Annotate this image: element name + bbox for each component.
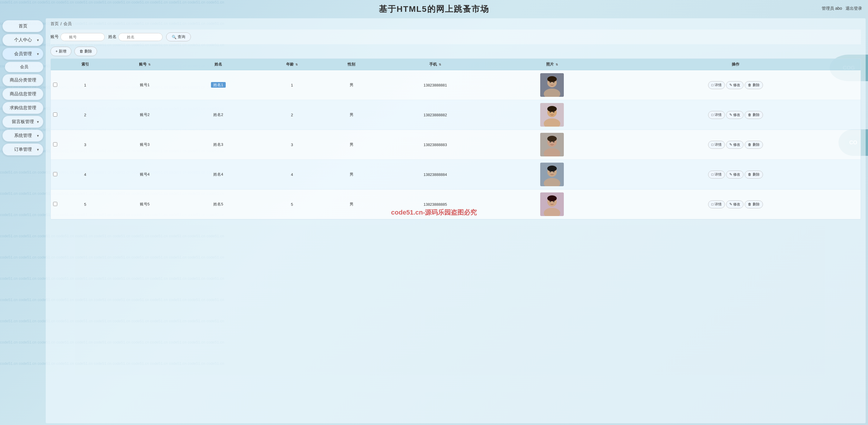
- breadcrumb-current: 会员: [63, 21, 72, 27]
- cell-account: 账号3: [111, 130, 179, 160]
- sidebar-item-board[interactable]: 留言板管理 ▼: [2, 116, 43, 128]
- sidebar-label-purchase: 求购信息管理: [10, 105, 36, 111]
- edit-button[interactable]: ✎ 修改: [726, 141, 743, 149]
- cell-name: 姓名5: [179, 189, 258, 219]
- cell-age: 2: [258, 100, 326, 130]
- col-age[interactable]: 年龄 ⇅: [258, 59, 326, 70]
- chevron-down-icon-5: ▼: [36, 148, 39, 151]
- sidebar-label-member-mgmt: 会员管理: [14, 51, 32, 57]
- svg-point-5: [553, 82, 554, 83]
- cell-gender: 男: [326, 189, 377, 219]
- batch-delete-button[interactable]: 🗑 删除: [74, 47, 97, 56]
- sidebar-item-category[interactable]: 商品分类管理: [2, 74, 43, 86]
- sort-icon-photo: ⇅: [556, 63, 558, 66]
- detail-button[interactable]: □ 详情: [708, 111, 725, 119]
- header-user-area: 管理员 abo 退出登录: [822, 6, 862, 11]
- delete-button[interactable]: 🗑 删除: [745, 141, 763, 149]
- col-photo[interactable]: 照片 ⇅: [493, 59, 611, 70]
- edit-button[interactable]: ✎ 修改: [726, 171, 743, 179]
- row-checkbox[interactable]: [53, 113, 57, 117]
- sidebar-item-home[interactable]: 首页: [2, 20, 43, 32]
- name-input[interactable]: [118, 33, 162, 41]
- account-input[interactable]: [60, 33, 105, 41]
- cell-phone: 13823888881: [377, 70, 494, 100]
- search-icon-btn: 🔍: [172, 35, 177, 39]
- table-row: 5账号5姓名55男13823888885 □ 详情✎ 修改🗑 删除: [51, 189, 861, 219]
- cell-index: 3: [60, 130, 111, 160]
- sidebar-submenu-member: 会员: [2, 62, 43, 72]
- delete-button[interactable]: 🗑 删除: [745, 201, 763, 208]
- sidebar-item-order[interactable]: 订单管理 ▼: [2, 144, 43, 155]
- sidebar-item-member[interactable]: 会员: [5, 62, 43, 72]
- search-button[interactable]: 🔍 查询: [166, 32, 191, 41]
- search-name-group: 姓名 🔍: [108, 33, 162, 41]
- sidebar-label-goods: 商品信息管理: [10, 91, 36, 97]
- svg-point-21: [547, 165, 557, 172]
- svg-point-3: [547, 76, 557, 82]
- breadcrumb: 首页 / 会员: [51, 18, 861, 30]
- sidebar-item-member-mgmt[interactable]: 会员管理 ▼: [2, 48, 43, 60]
- main-content: 首页 / 会员 账号 🔍 姓名 🔍 🔍 查询: [46, 18, 866, 423]
- col-operations: 操作: [611, 59, 861, 70]
- cell-account: 账号1: [111, 70, 179, 100]
- delete-button[interactable]: 🗑 删除: [745, 171, 763, 179]
- page-title: 基于HTML5的网上跳蚤市场: [0, 4, 868, 15]
- cell-gender: 男: [326, 70, 377, 100]
- cell-account: 账号5: [111, 189, 179, 219]
- cell-index: 5: [60, 189, 111, 219]
- svg-point-16: [550, 141, 551, 143]
- sidebar-item-system[interactable]: 系统管理 ▼: [2, 129, 43, 142]
- col-account[interactable]: 账号 ⇅: [111, 59, 179, 70]
- cell-phone: 13823888882: [377, 100, 494, 130]
- cell-operations: □ 详情✎ 修改🗑 删除: [611, 130, 861, 160]
- svg-point-4: [550, 82, 551, 83]
- account-label: 账号: [51, 34, 59, 39]
- detail-button[interactable]: □ 详情: [708, 81, 725, 89]
- detail-button[interactable]: □ 详情: [708, 141, 725, 149]
- sidebar-label-system: 系统管理: [14, 133, 32, 139]
- cell-gender: 男: [326, 130, 377, 160]
- cell-gender: 男: [326, 160, 377, 189]
- logout-button[interactable]: 退出登录: [845, 6, 862, 11]
- sidebar-label-home: 首页: [19, 23, 27, 29]
- chevron-down-icon-2: ▼: [36, 52, 39, 56]
- detail-button[interactable]: □ 详情: [708, 171, 725, 179]
- add-button[interactable]: + 新增: [51, 47, 71, 56]
- sidebar-item-goods[interactable]: 商品信息管理: [2, 88, 43, 100]
- sort-icon-phone: ⇅: [439, 63, 441, 66]
- sidebar-item-personal[interactable]: 个人中心 ▼: [2, 34, 43, 46]
- edit-button[interactable]: ✎ 修改: [726, 111, 743, 119]
- breadcrumb-home[interactable]: 首页: [51, 21, 59, 27]
- cell-photo: [493, 189, 611, 219]
- cell-name: 姓名3: [179, 130, 258, 160]
- chevron-down-icon-4: ▼: [36, 134, 39, 138]
- delete-button[interactable]: 🗑 删除: [745, 111, 763, 119]
- row-checkbox[interactable]: [53, 172, 57, 176]
- delete-button[interactable]: 🗑 删除: [745, 81, 763, 89]
- svg-point-27: [547, 195, 557, 201]
- table-row: 2账号2姓名22男13823888882 □ 详情✎ 修改🗑 删除: [51, 100, 861, 130]
- cell-photo: [493, 70, 611, 100]
- sidebar-label-personal: 个人中心: [14, 37, 32, 43]
- cell-operations: □ 详情✎ 修改🗑 删除: [611, 70, 861, 100]
- chevron-down-icon: ▼: [36, 38, 39, 42]
- member-table: 索引 账号 ⇅ 姓名 年龄 ⇅: [51, 59, 861, 219]
- edit-button[interactable]: ✎ 修改: [726, 201, 743, 208]
- detail-button[interactable]: □ 详情: [708, 201, 725, 208]
- col-phone[interactable]: 手机 ⇅: [377, 59, 494, 70]
- cell-photo: [493, 160, 611, 189]
- row-checkbox[interactable]: [53, 202, 57, 206]
- name-input-wrapper: 🔍: [118, 33, 162, 41]
- col-gender: 性别: [326, 59, 377, 70]
- cell-age: 5: [258, 189, 326, 219]
- cell-phone: 13823888884: [377, 160, 494, 189]
- table-row: 4账号4姓名44男13823888884 □ 详情✎ 修改🗑 删除: [51, 160, 861, 189]
- admin-label: 管理员 abo: [822, 6, 842, 11]
- row-checkbox[interactable]: [53, 83, 57, 87]
- sidebar-item-purchase[interactable]: 求购信息管理: [2, 102, 43, 114]
- row-checkbox[interactable]: [53, 142, 57, 146]
- svg-point-22: [550, 171, 551, 172]
- cell-index: 2: [60, 100, 111, 130]
- edit-button[interactable]: ✎ 修改: [726, 81, 743, 89]
- table-row: 3账号3姓名33男13823888883 □ 详情✎ 修改🗑 删除: [51, 130, 861, 160]
